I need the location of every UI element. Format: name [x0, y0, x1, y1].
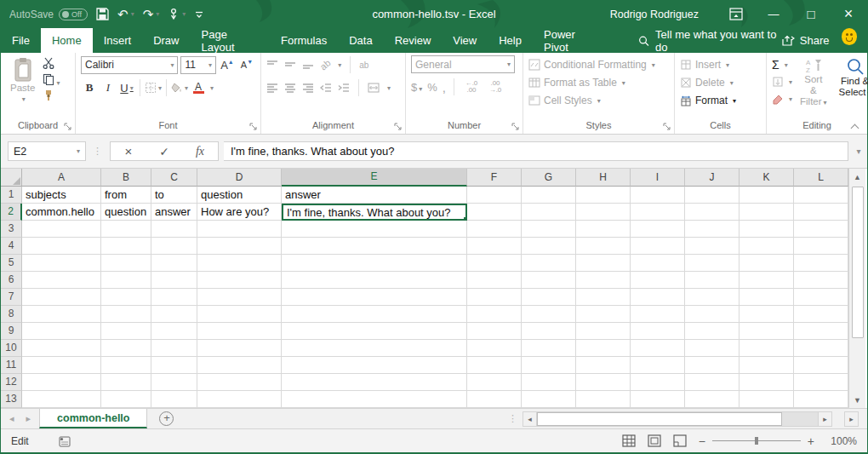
copy-button[interactable]: ▾ — [43, 73, 60, 88]
number-dialog-launcher[interactable] — [511, 123, 520, 131]
cell-styles-button[interactable]: Cell Styles ▾ — [528, 92, 669, 109]
chevron-down-icon[interactable]: ▾ — [158, 84, 162, 92]
increase-indent-icon[interactable] — [338, 82, 350, 94]
grid-cell[interactable] — [197, 272, 282, 289]
grid-cell[interactable] — [794, 221, 848, 238]
paste-button[interactable]: Paste ▾ — [6, 55, 39, 119]
zoom-level[interactable]: 100% — [826, 435, 857, 447]
grid-cell[interactable] — [197, 340, 282, 357]
autosave-toggle[interactable]: AutoSave Off — [9, 9, 88, 20]
column-header[interactable]: L — [794, 169, 848, 187]
minimize-button[interactable]: — — [755, 0, 792, 28]
grid-cell[interactable] — [197, 357, 282, 374]
grid-cell[interactable] — [197, 238, 282, 255]
grid-cell[interactable] — [685, 255, 740, 272]
alignment-dialog-launcher[interactable] — [394, 123, 403, 131]
grid-cell[interactable] — [685, 289, 740, 306]
row-header[interactable]: 5 — [1, 255, 22, 272]
grid-cell[interactable] — [685, 340, 740, 357]
grid-cell[interactable] — [522, 340, 576, 357]
tab-power-pivot[interactable]: Power Pivot — [533, 28, 609, 53]
grid-cell[interactable] — [467, 374, 522, 391]
wrap-text-button[interactable]: ab — [359, 61, 368, 69]
grid-cell[interactable] — [794, 255, 848, 272]
scroll-down-button[interactable]: ▼ — [850, 392, 865, 408]
row-header[interactable]: 3 — [1, 221, 22, 238]
grid-cell[interactable] — [685, 238, 740, 255]
grid-cell[interactable] — [101, 340, 151, 357]
grid-cell[interactable] — [685, 204, 740, 221]
cancel-entry-button[interactable]: × — [111, 144, 146, 158]
grid-cell[interactable] — [282, 391, 467, 408]
grid-cell[interactable] — [151, 238, 197, 255]
column-header[interactable]: B — [101, 169, 151, 187]
normal-view-icon[interactable] — [622, 434, 636, 447]
grid-cell[interactable] — [22, 289, 101, 306]
grid-cell[interactable] — [685, 374, 740, 391]
grid-cell[interactable] — [467, 204, 522, 221]
grid-cell[interactable] — [631, 221, 685, 238]
grid-cell[interactable] — [576, 187, 631, 204]
grid-cell[interactable] — [685, 306, 740, 323]
grid-cell[interactable] — [522, 204, 576, 221]
scroll-right-button[interactable]: ▸ — [818, 411, 832, 427]
name-box[interactable]: E2 ▾ — [8, 141, 86, 161]
grid-cell[interactable] — [522, 323, 576, 340]
grid-cell[interactable] — [631, 306, 685, 323]
align-top-icon[interactable] — [266, 59, 278, 71]
column-header[interactable]: K — [740, 169, 794, 187]
grid-cell[interactable] — [467, 289, 522, 306]
page-layout-view-icon[interactable] — [648, 434, 661, 447]
column-header[interactable]: F — [467, 169, 522, 187]
grid-cell[interactable] — [22, 357, 101, 374]
grid-cell[interactable] — [22, 221, 101, 238]
orientation-button[interactable]: ab — [318, 57, 333, 72]
grid-cell[interactable]: from — [101, 187, 151, 204]
horizontal-scrollbar[interactable]: ◂ ▸ — [523, 409, 832, 428]
grid-cell[interactable] — [282, 374, 467, 391]
grid-cell[interactable] — [467, 306, 522, 323]
column-header[interactable]: C — [151, 169, 197, 187]
grid-cell[interactable] — [685, 221, 740, 238]
row-header[interactable]: 9 — [1, 323, 22, 340]
grid-cell[interactable] — [631, 289, 685, 306]
expand-formula-bar-button[interactable]: ▾ — [848, 141, 867, 161]
new-sheet-button[interactable]: + — [159, 411, 174, 426]
zoom-out-button[interactable]: − — [699, 434, 705, 448]
scroll-left-button[interactable]: ◂ — [523, 411, 537, 427]
fill-color-button[interactable]: ▾ — [171, 79, 188, 97]
grid-cell[interactable] — [685, 272, 740, 289]
grid-cell[interactable] — [740, 221, 794, 238]
bold-button[interactable]: B — [81, 79, 98, 97]
grid-cell[interactable] — [151, 374, 197, 391]
conditional-formatting-button[interactable]: Conditional Formatting ▾ — [528, 56, 669, 73]
grid-cell[interactable] — [576, 238, 631, 255]
chevron-down-icon[interactable]: ▾ — [338, 61, 341, 69]
grid-cell[interactable] — [467, 255, 522, 272]
record-macro-icon[interactable] — [58, 435, 71, 447]
tab-help[interactable]: Help — [488, 28, 533, 53]
grid-cell[interactable] — [631, 187, 685, 204]
horizontal-scroll-track[interactable] — [537, 411, 818, 427]
chevron-down-icon[interactable]: ▾ — [182, 10, 186, 18]
find-select-button[interactable]: Find & Select▾ — [835, 55, 868, 119]
align-right-icon[interactable] — [302, 82, 314, 94]
cut-button[interactable] — [43, 57, 60, 72]
select-all-corner[interactable] — [1, 169, 22, 187]
grid-cell[interactable] — [576, 289, 631, 306]
grid-cell[interactable] — [522, 221, 576, 238]
page-break-preview-icon[interactable] — [673, 434, 687, 447]
tab-page-layout[interactable]: Page Layout — [191, 28, 271, 53]
feedback-smiley-icon[interactable] — [842, 28, 857, 45]
grid-cell[interactable] — [22, 323, 101, 340]
grid-cell[interactable]: How are you? — [197, 204, 282, 221]
grid-cell[interactable] — [467, 238, 522, 255]
grid-cell[interactable] — [22, 238, 101, 255]
touch-mouse-mode-button[interactable]: ▾ — [168, 8, 186, 21]
increase-decimal-button[interactable]: ←.0 .00 — [462, 80, 481, 94]
grid-cell[interactable] — [282, 272, 467, 289]
grid-cell[interactable] — [794, 204, 848, 221]
chevron-down-icon[interactable]: ▾ — [22, 94, 26, 105]
grid-cell[interactable] — [101, 306, 151, 323]
grid-cell[interactable] — [740, 374, 794, 391]
